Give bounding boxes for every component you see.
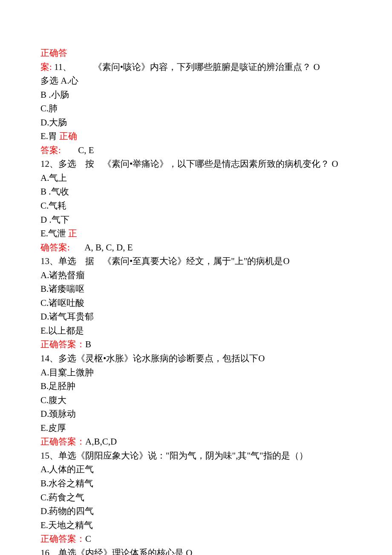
option-and-answer: E.胃 正确 [40,129,383,143]
question-stem: 15、单选《阴阳应象大论》说："阳为气，阴为味",其"气"指的是（） [40,449,383,463]
question-number: 13、单选 [40,256,76,266]
question-number: 16、单选 [40,548,76,555]
option-line: B.足胫肿 [40,379,383,393]
answer-line: 正确答案：B [40,337,383,352]
option-line: C.腹大 [40,393,383,407]
question-number: 12、多选 [40,159,76,169]
question-number: 14、多选 [40,353,76,363]
question-number: 15、单选 [40,450,76,461]
answer-value: A, B, C, D, E [84,242,133,253]
document-page: 正确答 案: 11、 《素问•咳论》内容，下列哪些脏腑是咳证的辨治重点？ O 多… [0,0,392,555]
question-stem: 13、单选 据 《素问•至真要大论》经文，属于"上"的病机是O [40,254,383,268]
option-text: E.气泄 [40,228,68,238]
option-line: B.诸痿喘呕 [40,282,383,296]
option-line: C.气耗 [40,199,383,213]
option-and-answer: E.气泄 正 [40,227,383,241]
option-line: B.水谷之精气 [40,477,383,491]
stem-prefix: 按 [85,159,94,169]
option-line: A.人体的正气 [40,462,383,477]
answer-value: B [85,339,91,349]
answer-line: 正确答案：A,B,C,D [40,435,383,449]
option-line: C.药食之气 [40,491,383,505]
answer-value: A,B,C,D [85,436,117,447]
stem-text: 《素问•咳论》内容，下列哪些脏腑是咳证的辨治重点？ O [93,62,320,72]
option-line: A.气上 [40,171,383,185]
answer-value: C [85,534,91,544]
stem-text: 《阴阳应象大论》说："阳为气，阴为味",其"气"指的是（） [76,450,308,461]
question-number: 11、 [54,62,72,72]
option-line: D.大肠 [40,116,383,130]
option-line: E.皮厚 [40,421,383,435]
answer-value: C, E [78,145,94,155]
option-line: D.诸气耳贵郁 [40,310,383,324]
option-line: 多选 A.心 [40,74,383,88]
answer-line: 答案: C, E [40,143,383,157]
question-stem: 12、多选 按 《素问•举痛论》，以下哪些是情志因素所致的病机变化？ O [40,157,383,171]
option-line: D.颈脉动 [40,407,383,421]
option-line: A.目窠上微肿 [40,366,383,380]
option-text: E.胃 [40,131,59,141]
option-line: E.天地之精气 [40,518,383,532]
answer-label-part: 答案: [40,145,61,155]
option-line: D .气下 [40,213,383,227]
question-stem: 16、单选《内经》理论体系的核心是 O [40,546,383,555]
option-line: B .气收 [40,185,383,199]
answer-label-part: 正确 [59,131,77,141]
answer-label: 正确答案： [40,436,85,447]
stem-text: 《素问•举痛论》，以下哪些是情志因素所致的病机变化？ O [103,159,338,169]
answer-label-part: 案: [40,62,54,72]
question-stem: 案: 11、 《素问•咳论》内容，下列哪些脏腑是咳证的辨治重点？ O [40,60,383,74]
answer-line: 正确答案：C [40,532,383,546]
stem-text: 《内经》理论体系的核心是 O [76,548,192,555]
option-line: D.药物的四气 [40,504,383,518]
stem-prefix: 据 [85,256,94,266]
answer-label-part: 正 [68,228,77,238]
answer-label: 正确答案： [40,534,85,544]
answer-line: 确答案: A, B, C, D, E [40,241,383,255]
option-line: E.以上都是 [40,324,383,338]
stem-text: 《灵枢•水胀》论水胀病的诊断要点，包括以下O [76,353,265,363]
option-line: A.诸热督瘤 [40,268,383,282]
answer-label-part: 正确答 [40,48,67,58]
question-stem: 14、多选《灵枢•水胀》论水胀病的诊断要点，包括以下O [40,352,383,366]
stem-text: 《素问•至真要大论》经文，属于"上"的病机是O [103,256,290,266]
answer-label: 正确答案： [40,339,85,349]
answer-label-part: 确答案: [40,242,70,253]
option-line: C.诸呕吐酸 [40,296,383,310]
option-line: C.肺 [40,102,383,116]
option-line: B .小肠 [40,88,383,102]
answer-label-fragment: 正确答 [40,46,383,60]
